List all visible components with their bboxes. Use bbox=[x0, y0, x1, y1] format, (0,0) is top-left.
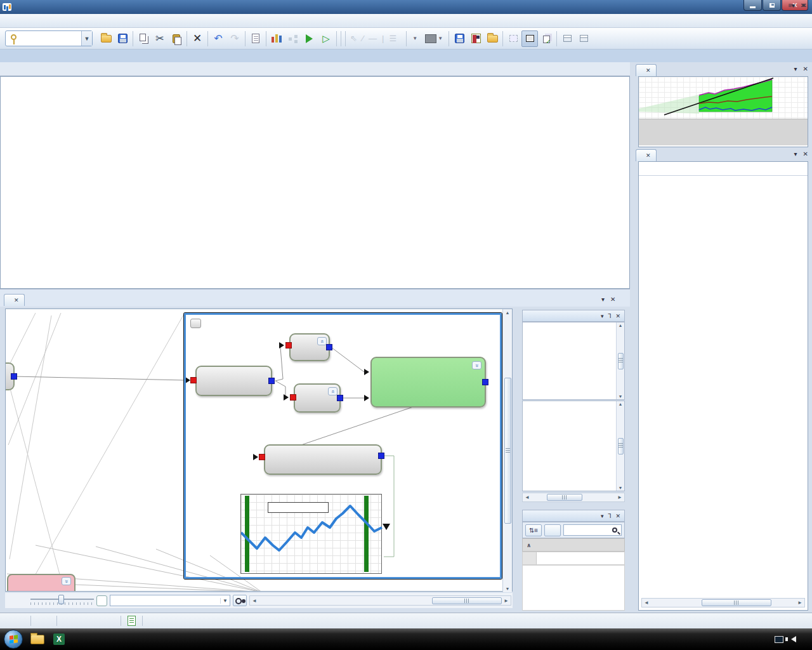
explorer-icon[interactable] bbox=[30, 635, 44, 644]
pink-block[interactable]: » bbox=[7, 574, 75, 592]
expand-icon[interactable]: » bbox=[472, 361, 481, 369]
expand-icon[interactable]: » bbox=[62, 577, 71, 585]
scroll-left-arrow[interactable]: ◄ bbox=[642, 600, 651, 606]
block-formula[interactable]: » bbox=[370, 357, 486, 408]
volume-icon[interactable] bbox=[788, 636, 796, 642]
input-port[interactable] bbox=[285, 342, 292, 348]
scroll-up-arrow[interactable]: ▲ bbox=[506, 310, 510, 315]
block-stdev[interactable]: « bbox=[294, 383, 341, 413]
block-income-alltime[interactable] bbox=[195, 366, 272, 396]
minimize-button[interactable] bbox=[743, 0, 762, 11]
output-port[interactable] bbox=[337, 395, 343, 401]
pin-icon[interactable]: Ꞁ bbox=[608, 513, 611, 519]
close-icon[interactable]: ✕ bbox=[646, 150, 651, 161]
scroll-thumb[interactable] bbox=[547, 494, 582, 501]
scroll-down-arrow[interactable]: ▼ bbox=[619, 486, 623, 490]
start-button[interactable] bbox=[4, 630, 23, 649]
collapse-icon[interactable]: « bbox=[328, 387, 337, 395]
report-button[interactable] bbox=[559, 30, 575, 47]
tab-income[interactable]: ✕ bbox=[636, 64, 657, 76]
undo-button[interactable]: ↶ bbox=[210, 30, 226, 47]
close-icon[interactable]: ✕ bbox=[646, 65, 651, 76]
scroll-right-arrow[interactable]: ► bbox=[502, 598, 511, 604]
scroll-left-arrow[interactable]: ◄ bbox=[523, 494, 532, 500]
panel-close-icon[interactable]: ✕ bbox=[801, 2, 806, 9]
property-row[interactable] bbox=[522, 552, 625, 565]
load-layout-button[interactable] bbox=[484, 30, 501, 47]
output-port[interactable] bbox=[378, 453, 384, 459]
save-layout-button[interactable] bbox=[451, 30, 468, 47]
grid-view-button[interactable] bbox=[575, 30, 592, 47]
scroll-right-arrow[interactable]: ► bbox=[615, 494, 624, 500]
collapse-group-button[interactable] bbox=[190, 319, 201, 328]
color-picker[interactable]: ▼ bbox=[421, 30, 447, 47]
cut-button[interactable]: ✂ bbox=[152, 30, 168, 47]
tab-editor[interactable]: ✕ bbox=[4, 294, 25, 306]
canvas-vscrollbar[interactable]: ▲ ▼ bbox=[502, 309, 512, 592]
properties-search[interactable] bbox=[563, 524, 622, 536]
close-icon[interactable]: ✕ bbox=[615, 313, 620, 319]
network-icon[interactable] bbox=[775, 636, 783, 643]
close-icon[interactable]: ✕ bbox=[14, 295, 19, 306]
output-port[interactable] bbox=[326, 344, 332, 350]
scroll-thumb[interactable] bbox=[702, 599, 771, 606]
properties-header[interactable]: ▾Ꞁ✕ bbox=[522, 510, 625, 522]
find-block-button[interactable] bbox=[233, 595, 247, 606]
alphabetical-view-button[interactable] bbox=[544, 524, 561, 536]
properties-search-input[interactable] bbox=[564, 526, 612, 534]
zoom-slider[interactable] bbox=[30, 595, 94, 606]
categorized-view-button[interactable]: ⇅≡ bbox=[525, 524, 542, 536]
block-sma[interactable]: « bbox=[289, 333, 330, 361]
input-port[interactable] bbox=[290, 394, 296, 401]
block-search-input[interactable] bbox=[110, 597, 220, 604]
input-port[interactable] bbox=[190, 377, 197, 383]
copy-button[interactable] bbox=[135, 30, 152, 47]
close-icon[interactable]: ✕ bbox=[615, 513, 620, 519]
delete-button[interactable]: ✕ bbox=[189, 30, 206, 47]
block-optimization-result[interactable] bbox=[264, 444, 382, 475]
account-combo[interactable]: ▼ bbox=[5, 30, 93, 46]
output-port[interactable] bbox=[11, 373, 17, 380]
toolbox-hscrollbar[interactable]: ◄ ► bbox=[522, 493, 625, 502]
scroll-thumb[interactable] bbox=[432, 597, 502, 604]
input-port[interactable] bbox=[259, 454, 265, 460]
block-name-combo[interactable]: ▼ bbox=[110, 595, 230, 606]
validate-button[interactable] bbox=[538, 30, 554, 47]
scroll-down-arrow[interactable]: ▼ bbox=[506, 587, 510, 591]
script-canvas[interactable]: « « » bbox=[5, 308, 513, 592]
stats-hscrollbar[interactable]: ◄ ► bbox=[641, 598, 805, 607]
paste-button[interactable] bbox=[168, 30, 185, 47]
scroll-left-arrow[interactable]: ◄ bbox=[250, 598, 259, 604]
run-button[interactable] bbox=[301, 30, 318, 47]
pin-icon[interactable]: Ꞁ bbox=[608, 313, 611, 319]
output-port[interactable] bbox=[482, 379, 488, 385]
save-template-button[interactable] bbox=[468, 30, 484, 47]
open-button[interactable] bbox=[98, 30, 114, 47]
style-dropdown[interactable]: ▼ bbox=[409, 30, 421, 47]
panel-menu-icon[interactable]: ▾ bbox=[792, 2, 795, 9]
scroll-down-arrow[interactable]: ▼ bbox=[619, 394, 623, 399]
chevron-down-icon[interactable]: ▼ bbox=[81, 31, 92, 46]
slider-thumb[interactable] bbox=[58, 595, 64, 604]
collapse-icon[interactable]: « bbox=[317, 337, 327, 345]
select-frame-button[interactable] bbox=[521, 30, 538, 47]
menu-icon[interactable]: ▾ bbox=[601, 513, 604, 519]
chart-panel-block[interactable] bbox=[240, 494, 382, 574]
zoom-reset-button[interactable] bbox=[96, 595, 107, 606]
properties-group[interactable]: ∧ bbox=[522, 538, 625, 552]
excel-icon[interactable]: X bbox=[53, 633, 65, 645]
save-button[interactable] bbox=[114, 30, 131, 47]
canvas-hscrollbar[interactable]: ◄ ► bbox=[249, 595, 511, 606]
chevron-down-icon[interactable]: ▼ bbox=[220, 598, 230, 604]
restore-button[interactable] bbox=[763, 0, 781, 11]
scroll-right-arrow[interactable]: ► bbox=[796, 600, 804, 606]
menu-icon[interactable]: ▾ bbox=[601, 313, 604, 319]
properties-button[interactable] bbox=[247, 30, 264, 47]
tab-results[interactable]: ✕ bbox=[636, 149, 657, 161]
log-icon[interactable] bbox=[128, 616, 136, 626]
toolbox-header[interactable]: ▾Ꞁ✕ bbox=[522, 310, 625, 322]
title-bar[interactable]: ✕ bbox=[0, 0, 812, 14]
chart-button[interactable] bbox=[268, 30, 285, 47]
output-port[interactable] bbox=[268, 378, 275, 384]
scroll-up-arrow[interactable]: ▲ bbox=[619, 323, 623, 328]
